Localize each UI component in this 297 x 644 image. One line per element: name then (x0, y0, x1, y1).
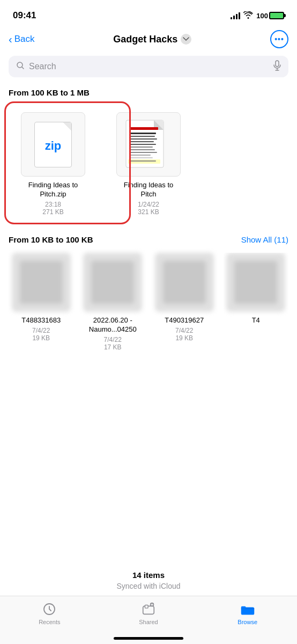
files-grid1: zip Finding Ideas toPitch.zip 23:18 271 … (9, 106, 288, 220)
file-size: 19 KB (175, 334, 193, 342)
file-size: 19 KB (32, 334, 50, 342)
tab-shared-label: Shared (139, 619, 158, 625)
blurred-thumbnail (12, 253, 71, 312)
nav-title-area: Gadget Hacks (113, 34, 191, 45)
svg-rect-1 (276, 61, 279, 67)
list-item-empty (199, 106, 288, 220)
section2-header: From 10 KB to 100 KB Show All (11) (0, 230, 297, 248)
svg-rect-11 (129, 144, 156, 145)
file-name: T490319627 (165, 316, 204, 325)
section1-title: From 100 KB to 1 MB (9, 88, 90, 97)
section1-header: From 100 KB to 1 MB (0, 83, 297, 101)
file-size: 271 KB (42, 208, 63, 216)
svg-rect-8 (129, 136, 155, 137)
svg-rect-18 (129, 160, 156, 162)
file-date: 7/4/22 (175, 327, 193, 334)
tab-browse[interactable]: Browse (198, 602, 297, 625)
doc-preview-icon (122, 118, 175, 171)
blurred-files-row: T488331683 7/4/22 19 KB 2022.06.20 - Nau… (0, 248, 297, 355)
status-icons: 100 (231, 11, 284, 20)
nav-bar: ‹ Back Gadget Hacks ••• (0, 27, 297, 54)
back-label: Back (14, 34, 35, 45)
svg-rect-6 (129, 127, 158, 130)
file-date: 7/4/22 (104, 336, 122, 343)
home-indicator (114, 637, 183, 640)
file-name: Finding Ideas toPitch (124, 181, 174, 199)
file-name: Finding Ideas toPitch.zip (28, 181, 78, 199)
svg-rect-12 (129, 147, 153, 148)
tab-recents[interactable]: Recents (0, 602, 99, 625)
files-grid-section1: zip Finding Ideas toPitch.zip 23:18 271 … (0, 101, 297, 224)
search-bar-container: Search (0, 54, 297, 83)
blurred-thumbnail (155, 253, 214, 312)
nav-title: Gadget Hacks (113, 34, 177, 45)
list-item[interactable]: Finding Ideas toPitch 1/24/22 321 KB (104, 106, 193, 220)
section2-title: From 10 KB to 100 KB (9, 235, 93, 244)
back-chevron-icon: ‹ (9, 34, 12, 45)
battery-icon: 100 (256, 12, 284, 20)
svg-rect-14 (129, 152, 157, 153)
show-all-button[interactable]: Show All (11) (241, 235, 288, 244)
file-size: 17 KB (104, 343, 122, 351)
file-name: T4 (252, 316, 260, 325)
ellipsis-icon: ••• (274, 35, 284, 43)
list-item[interactable]: zip Finding Ideas toPitch.zip 23:18 271 … (9, 106, 98, 220)
file-thumbnail-doc (116, 112, 181, 177)
browse-icon (240, 602, 255, 617)
search-bar[interactable]: Search (9, 56, 288, 77)
more-options-button[interactable]: ••• (270, 30, 288, 48)
blurred-thumbnail (226, 253, 285, 312)
file-date: 23:18 (45, 201, 61, 208)
tab-shared[interactable]: Shared (99, 602, 198, 625)
svg-rect-7 (129, 133, 156, 134)
wifi-icon (243, 11, 253, 20)
svg-rect-10 (129, 141, 154, 142)
list-item[interactable]: T488331683 7/4/22 19 KB (9, 253, 74, 351)
search-icon (16, 61, 25, 72)
list-item[interactable]: 2022.06.20 - Naumo...04250 7/4/22 17 KB (80, 253, 146, 351)
file-thumbnail-zip: zip (21, 112, 85, 177)
file-name: 2022.06.20 - Naumo...04250 (80, 316, 146, 334)
svg-rect-9 (129, 138, 157, 140)
blurred-thumbnail (83, 253, 142, 312)
svg-rect-21 (145, 605, 148, 609)
file-date: 1/24/22 (138, 201, 159, 208)
file-size: 321 KB (138, 208, 159, 216)
shared-icon (141, 602, 156, 617)
tab-browse-label: Browse (237, 619, 257, 625)
search-input[interactable]: Search (29, 62, 269, 71)
svg-rect-16 (129, 157, 153, 158)
footer-items-count: 14 items (0, 570, 297, 580)
recents-icon (42, 602, 57, 617)
dropdown-icon[interactable] (181, 34, 191, 45)
back-button[interactable]: ‹ Back (9, 34, 34, 45)
status-bar: 09:41 100 (0, 0, 297, 27)
microphone-icon[interactable] (273, 60, 281, 73)
signal-icon (231, 12, 240, 19)
list-item[interactable]: T4 (224, 253, 289, 351)
svg-rect-24 (241, 606, 246, 609)
footer-info: 14 items Synced with iCloud (0, 570, 297, 590)
status-time: 09:41 (13, 10, 36, 21)
file-date: 7/4/22 (32, 327, 50, 334)
list-item[interactable]: T490319627 7/4/22 19 KB (152, 253, 217, 351)
svg-rect-13 (129, 149, 155, 150)
zip-file-icon: zip (34, 122, 72, 167)
svg-rect-15 (129, 155, 151, 156)
tab-recents-label: Recents (39, 619, 60, 625)
file-name: T488331683 (21, 316, 61, 325)
footer-sync-status: Synced with iCloud (0, 582, 297, 590)
